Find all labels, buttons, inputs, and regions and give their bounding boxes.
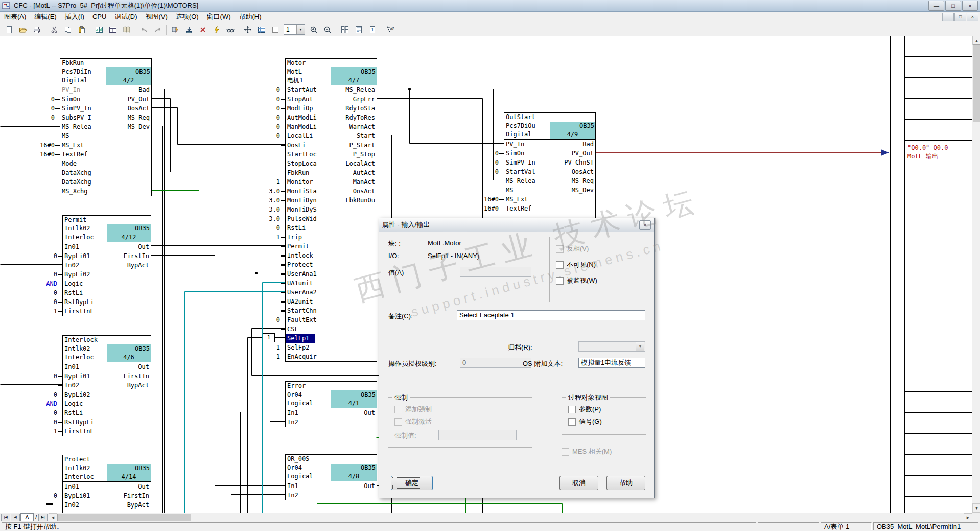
- pin-left-label[interactable]: SimPV_In: [506, 158, 535, 167]
- pin-left-label[interactable]: SimOn: [506, 149, 524, 158]
- pin-value[interactable]: 0: [54, 408, 57, 418]
- pin-right-label[interactable]: Out: [138, 242, 149, 251]
- comment-field[interactable]: Select Faceplate 1: [457, 310, 645, 320]
- pin-row-fbkrun-simon[interactable]: SimOnPV_Out0: [60, 95, 151, 104]
- pin-left-label[interactable]: DataXchg: [62, 168, 91, 177]
- pin-right-label[interactable]: Bad: [582, 140, 594, 149]
- pin-row-or00s-in2[interactable]: In2: [286, 491, 377, 500]
- invisible-checkbox-box[interactable]: [556, 261, 564, 269]
- block-header[interactable]: ProtectIntlk02InterlocOB354/14: [63, 455, 151, 482]
- pin-right-label[interactable]: LocalAct: [345, 159, 375, 168]
- pin-left-label[interactable]: MonTiDyS: [287, 205, 317, 214]
- pin-right-label[interactable]: MS_Req: [572, 176, 594, 186]
- pin-value[interactable]: 0: [276, 104, 280, 113]
- pin-left-label[interactable]: StopLoca: [287, 159, 317, 168]
- pin-left-label[interactable]: ModLiOp: [287, 104, 313, 113]
- print-button[interactable]: [30, 23, 43, 36]
- pin-row-motor-ua1unit[interactable]: UA1unit: [286, 279, 377, 288]
- pin-row-motor-monitor[interactable]: MonitorManAct1: [286, 177, 377, 187]
- mes-checkbox[interactable]: MES 相关(M): [562, 447, 612, 456]
- pin-row-motor-enacquir[interactable]: EnAcquir1: [286, 352, 377, 361]
- pin-row-fbkrun-dataxchg[interactable]: DataXchg: [60, 168, 151, 177]
- pin-left-label[interactable]: UA2unit: [287, 297, 313, 306]
- pin-value[interactable]: 3.0: [269, 196, 280, 205]
- pin-row-motor-permit[interactable]: Permit: [286, 242, 377, 251]
- pin-value[interactable]: 0: [54, 491, 57, 500]
- selfp1-value-box[interactable]: 1: [263, 333, 275, 342]
- pin-left-label[interactable]: UA1unit: [287, 279, 313, 288]
- pin-right-label[interactable]: PV_ChnST: [564, 158, 594, 167]
- pin-value[interactable]: 0: [51, 113, 55, 122]
- watched-checkbox-box[interactable]: [556, 277, 564, 285]
- pin-row-outstart-ms_ext[interactable]: MS_Ext16#0: [504, 195, 595, 204]
- pin-left-label[interactable]: MonTiSta: [287, 187, 317, 196]
- pin-row-permit-firstine[interactable]: FirstInE1: [63, 307, 151, 316]
- pin-row-motor-fbkrun[interactable]: FbkRunAutAct: [286, 168, 377, 177]
- pin-right-label[interactable]: GrpErr: [353, 95, 375, 104]
- pin-row-motor-manmodli[interactable]: ManModLiWarnAct0: [286, 122, 377, 131]
- pin-row-fbkrun-ms_xchg[interactable]: MS_Xchg: [60, 187, 151, 196]
- block-fbkrun[interactable]: FbkRunPcs7DiInDigitalOB354/2PV_InBadSimO…: [60, 58, 152, 196]
- sheet-tab-a[interactable]: A: [20, 513, 34, 521]
- pin-row-motor-autmodli[interactable]: AutModLiRdyToRes0: [286, 113, 377, 122]
- pin-row-outstart-simon[interactable]: SimOnPV_Out0: [504, 149, 595, 158]
- pin-left-label[interactable]: In2: [287, 491, 298, 500]
- pin-row-outstart-ms_relea[interactable]: MS_ReleaMS_Req: [504, 176, 595, 186]
- pin-left-label[interactable]: LocalLi: [287, 131, 313, 141]
- pin-row-motor-ua2unit[interactable]: UA2unit: [286, 297, 377, 306]
- pin-value[interactable]: 0: [54, 372, 57, 381]
- pin-value[interactable]: 0: [495, 167, 499, 176]
- pin-row-motor-csf[interactable]: CSF: [286, 325, 377, 334]
- pin-right-label[interactable]: Out: [364, 408, 375, 418]
- pin-value[interactable]: 16#0: [484, 195, 499, 204]
- pin-left-label[interactable]: PV_In: [506, 140, 524, 149]
- pin-value[interactable]: 0: [51, 95, 55, 104]
- pin-value[interactable]: 16#0: [484, 204, 499, 213]
- pin-left-label[interactable]: FaultExt: [287, 315, 317, 325]
- pin-right-label[interactable]: MS_Req: [128, 113, 150, 122]
- pin-row-motor-oosli[interactable]: OosLiP_Start: [286, 141, 377, 150]
- pin-right-label[interactable]: FirstIn: [123, 251, 149, 261]
- pin-left-label[interactable]: Monitor: [287, 177, 313, 187]
- pin-left-label[interactable]: SimOn: [62, 95, 80, 104]
- pin-left-label[interactable]: BypLi02: [64, 270, 90, 279]
- pin-left-label[interactable]: SubsPV_I: [62, 113, 91, 122]
- pin-right-label[interactable]: Out: [138, 482, 149, 491]
- cut-button[interactable]: [47, 23, 61, 36]
- pin-right-label[interactable]: BypAct: [127, 381, 149, 390]
- pin-value[interactable]: 0: [51, 104, 55, 113]
- pin-left-label[interactable]: Logic: [64, 399, 83, 408]
- pin-left-label[interactable]: Protect: [287, 260, 313, 269]
- zoom-out-button[interactable]: [320, 23, 334, 36]
- pin-left-label[interactable]: In02: [64, 500, 79, 510]
- pin-left-label[interactable]: RstLi: [64, 408, 83, 418]
- scroll-up-arrow[interactable]: ▲: [972, 36, 980, 45]
- pin-left-label[interactable]: FirstInE: [64, 307, 94, 316]
- value-field[interactable]: [460, 267, 531, 277]
- menu-cpu[interactable]: CPU: [88, 12, 110, 22]
- compare-charts-button[interactable]: [92, 23, 106, 36]
- pin-left-label[interactable]: UserAna1: [287, 269, 317, 279]
- open-chart-button[interactable]: [16, 23, 30, 36]
- ok-button[interactable]: 确定: [391, 476, 433, 490]
- invert-checkbox-box[interactable]: [556, 245, 564, 253]
- test-mode-button[interactable]: [209, 23, 223, 36]
- pin-row-motor-localli[interactable]: LocalLiStart0: [286, 131, 377, 141]
- pin-row-error-in2[interactable]: In2: [286, 418, 377, 427]
- mdi-minimize-button[interactable]: —: [942, 13, 954, 21]
- pin-row-motor-userana2[interactable]: UserAna2: [286, 288, 377, 297]
- menu-插入i[interactable]: 插入(I): [61, 12, 88, 22]
- block-permit[interactable]: PermitIntlk02InterlocOB354/12In01OutBypL…: [62, 215, 151, 316]
- pin-left-label[interactable]: BypLi02: [64, 390, 90, 399]
- download-button[interactable]: [182, 23, 196, 36]
- horizontal-scroll-thumb[interactable]: [57, 514, 191, 521]
- pin-left-label[interactable]: In02: [64, 381, 79, 390]
- pin-row-motor-startaut[interactable]: StartAutMS_Relea0: [286, 85, 377, 95]
- pin-value[interactable]: 0: [54, 270, 57, 279]
- pin-row-motor-modliop[interactable]: ModLiOpRdyToSta0: [286, 104, 377, 113]
- pin-value[interactable]: 1: [276, 352, 280, 361]
- pin-left-label[interactable]: StartVal: [506, 167, 535, 176]
- pin-row-motor-selfp2[interactable]: SelFp21: [286, 343, 377, 352]
- block-header[interactable]: InterlockIntlk02InterlocOB354/6: [63, 336, 151, 362]
- pin-left-label[interactable]: StartLoc: [287, 150, 317, 159]
